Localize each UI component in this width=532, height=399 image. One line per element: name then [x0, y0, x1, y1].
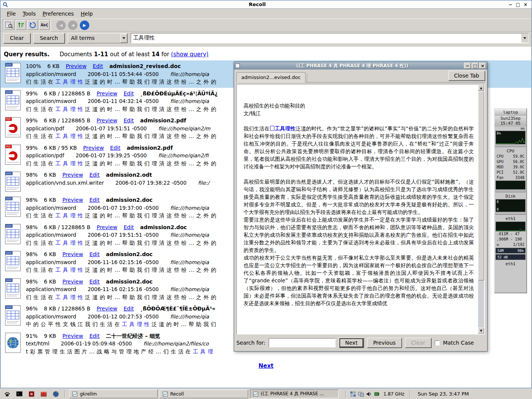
preview-link[interactable]: Preview	[97, 117, 117, 124]
task-button[interactable]: ((工 PHRASE 4 具 PHRASE ...	[250, 390, 339, 398]
cpu-chart: 0%	[496, 131, 526, 144]
main-titlebar[interactable]: Recoll − □ ×	[0, 0, 532, 9]
svg-text:DOC: DOC	[6, 225, 12, 227]
minimize-button[interactable]: −	[507, 1, 514, 8]
task-icon	[163, 391, 168, 397]
preview-window-title: ((工 PHRASE 4 具 PHRASE 4 理 PHRASE 4 性))	[241, 63, 463, 69]
clear-button[interactable]: Clear	[3, 33, 30, 43]
volume-icon[interactable]	[366, 391, 372, 397]
paw-icon[interactable]	[2, 390, 12, 398]
gkrellm-panel: laptop Sun23Sep 15:47 05 mo 0% CPU CPU 5…	[494, 108, 527, 293]
result-url: file:///home/qia	[170, 232, 209, 238]
preview-titlebar[interactable]: ((工 PHRASE 4 具 PHRASE 4 理 PHRASE 4 性)) −…	[234, 62, 487, 70]
show-query-link[interactable]: (show query)	[171, 51, 209, 58]
task-button[interactable]: gkrellm	[69, 390, 158, 398]
preview-link[interactable]: Preview	[97, 224, 117, 230]
result-url: file:///home/qia	[170, 259, 209, 265]
nav-back-button[interactable]: ◀	[68, 21, 78, 30]
firefox-icon[interactable]	[51, 390, 61, 398]
edit-link[interactable]: Edit	[93, 63, 103, 69]
svg-text:DOC: DOC	[6, 252, 12, 254]
task-button[interactable]: Recoll	[160, 390, 248, 398]
result-url: file:///home/qian2/m	[158, 125, 210, 131]
result-title: admission2.doc	[106, 251, 153, 257]
edit-link[interactable]: Edit	[89, 279, 100, 285]
package-icon[interactable]	[38, 390, 49, 398]
edit-link[interactable]: Edit	[110, 145, 120, 151]
search-input[interactable]	[131, 34, 521, 43]
find-next-button[interactable]: Next	[339, 338, 364, 348]
result-size: 6 KB / 1228865 B	[44, 90, 90, 97]
next-page-link[interactable]: Next	[258, 363, 274, 369]
term-explorer-button[interactable]: ÂbÇ	[39, 20, 50, 30]
scroll-down-icon[interactable]: ▼	[478, 328, 484, 334]
match-case-checkbox[interactable]	[435, 340, 440, 345]
edit-link[interactable]: Edit	[89, 197, 100, 203]
preview-link[interactable]: Preview	[62, 279, 83, 285]
preview-maximize-button[interactable]: □	[472, 63, 478, 69]
search-mode-select[interactable]: All terms	[68, 33, 128, 43]
memory-bar: 54M 98%	[496, 248, 526, 253]
advanced-search-button[interactable]	[4, 20, 14, 30]
close-tab-button[interactable]: Close Tab	[448, 71, 485, 81]
preview-link[interactable]: Preview	[62, 172, 83, 178]
result-mimetype: application/msword	[26, 259, 76, 265]
snippet-text: 们 生 活 在	[26, 133, 55, 139]
chevron-down-icon[interactable]	[120, 34, 127, 43]
nav-first-button[interactable]: ◀	[56, 21, 66, 30]
edit-link[interactable]: Edit	[89, 333, 100, 339]
result-date: 2006-01-19 05:09:48 -0500	[61, 340, 132, 347]
find-previous-button[interactable]: Previous	[367, 338, 402, 348]
result-title: admission2.pdf	[127, 145, 173, 151]
preview-link[interactable]: Preview	[66, 63, 87, 69]
preview-document-text[interactable]: 高校招生的社会功能和目的 文/钱江 我们生活在工具理性泛滥的时代。作为“世之显学…	[238, 85, 478, 333]
sensor-name: PCI	[497, 170, 504, 175]
preview-scrollbar[interactable]: ▲ ▼	[478, 85, 484, 334]
file-type-icon: DOC PDF	[3, 278, 26, 299]
search-button[interactable]: Search	[33, 33, 65, 43]
history-nav-group: ◀ ◀ ▶	[56, 21, 89, 30]
scroll-up-icon[interactable]: ▲	[478, 85, 484, 91]
edit-link[interactable]: Edit	[124, 306, 134, 312]
battery-icon[interactable]	[374, 391, 380, 397]
query-history-dropdown-icon[interactable]	[521, 34, 528, 43]
edit-link[interactable]: Edit	[124, 90, 134, 97]
find-clear-button[interactable]: Clear	[405, 338, 431, 348]
menu-item[interactable]: File	[3, 10, 19, 17]
keyboard-layout-icon[interactable]	[350, 391, 356, 397]
preview-link[interactable]: Preview	[62, 251, 83, 257]
workspace-icon[interactable]	[358, 391, 364, 397]
edit-link[interactable]: Edit	[89, 172, 100, 178]
media-player-icon[interactable]	[26, 390, 36, 398]
nav-forward-button[interactable]: ▶	[80, 21, 89, 30]
scrollbar-thumb[interactable]	[478, 91, 484, 280]
edit-link[interactable]: Edit	[124, 117, 134, 124]
preview-link[interactable]: Preview	[62, 333, 83, 339]
gkrellm-hostname: laptop	[495, 109, 526, 115]
result-date: 2006-11-16 02:15:16 -0500	[88, 259, 159, 265]
preview-link[interactable]: Preview	[83, 145, 104, 151]
taskbar-separator	[410, 390, 410, 398]
preview-link[interactable]: Preview	[97, 306, 117, 312]
close-button[interactable]: ×	[522, 1, 529, 8]
menu-item[interactable]: Preferences	[39, 10, 77, 17]
terminal-icon[interactable]: >_	[14, 390, 24, 398]
preview-link[interactable]: Preview	[62, 197, 83, 203]
preview-close-button[interactable]: ×	[479, 63, 486, 69]
edit-link[interactable]: Edit	[124, 224, 134, 230]
task-label: Recoll	[170, 391, 184, 397]
preview-link[interactable]: Preview	[97, 90, 117, 97]
preview-tab[interactable]: admission2...evised.doc	[236, 72, 306, 82]
preview-minimize-button[interactable]: −	[464, 63, 471, 69]
maximize-button[interactable]: □	[514, 1, 522, 8]
result-size: 6 KB	[44, 172, 56, 178]
file-type-icon: DOC PDF	[3, 223, 26, 245]
result-url: file:///home/qia	[170, 314, 209, 320]
sort-parameters-button[interactable]	[16, 20, 26, 30]
menu-item[interactable]: Help	[77, 10, 96, 17]
menu-item[interactable]: Tools	[19, 10, 39, 17]
snippet-highlight: 工 具 理 性	[55, 294, 83, 300]
find-input[interactable]	[269, 338, 336, 347]
update-index-button[interactable]	[27, 20, 38, 30]
edit-link[interactable]: Edit	[89, 251, 100, 257]
